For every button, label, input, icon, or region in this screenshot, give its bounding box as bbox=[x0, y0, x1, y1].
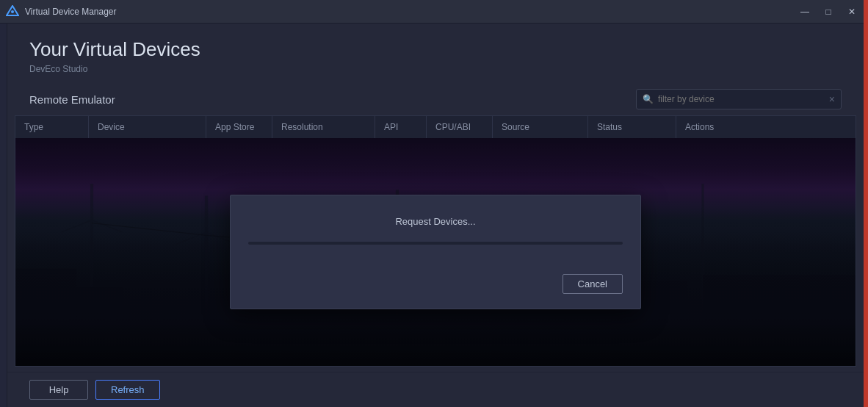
page-subtitle: DevEco Studio bbox=[29, 64, 842, 74]
table-container: Type Device App Store Resolution API CPU… bbox=[15, 115, 856, 372]
refresh-button[interactable]: Refresh bbox=[95, 380, 160, 400]
col-device: Device bbox=[89, 116, 206, 138]
modal-dialog: Request Devices... Cancel bbox=[230, 195, 641, 309]
bottom-toolbar: Help Refresh bbox=[7, 372, 864, 407]
help-button[interactable]: Help bbox=[29, 380, 88, 400]
modal-body: Request Devices... bbox=[231, 195, 640, 274]
search-icon: 🔍 bbox=[643, 94, 654, 104]
col-api: API bbox=[375, 116, 427, 138]
app-logo bbox=[6, 5, 19, 18]
modal-overlay: Request Devices... Cancel bbox=[15, 138, 856, 366]
col-source: Source bbox=[493, 116, 588, 138]
svg-point-1 bbox=[11, 10, 14, 13]
header-section: Your Virtual Devices DevEco Studio bbox=[7, 24, 864, 82]
maximize-button[interactable]: □ bbox=[818, 1, 839, 22]
col-resolution: Resolution bbox=[272, 116, 375, 138]
minimize-button[interactable]: — bbox=[795, 1, 815, 22]
side-accent bbox=[864, 0, 868, 407]
section-header: Remote Emulator 🔍 × bbox=[7, 82, 864, 115]
clear-search-icon[interactable]: × bbox=[829, 94, 835, 104]
search-input[interactable] bbox=[658, 94, 829, 104]
table-body: Request Devices... Cancel bbox=[15, 138, 856, 367]
main-content: Your Virtual Devices DevEco Studio Remot… bbox=[7, 24, 864, 407]
window-title: Virtual Device Manager bbox=[25, 7, 795, 17]
progress-bar-track bbox=[248, 242, 623, 245]
col-type: Type bbox=[15, 116, 89, 138]
page-title: Your Virtual Devices bbox=[29, 38, 842, 61]
modal-footer: Cancel bbox=[231, 274, 640, 309]
modal-message: Request Devices... bbox=[248, 216, 623, 227]
col-cpuabi: CPU/ABI bbox=[427, 116, 493, 138]
section-title: Remote Emulator bbox=[29, 93, 115, 106]
col-actions: Actions bbox=[676, 116, 779, 138]
window-controls: — □ ✕ bbox=[795, 1, 862, 22]
table-header: Type Device App Store Resolution API CPU… bbox=[15, 115, 856, 138]
col-status: Status bbox=[588, 116, 676, 138]
search-box[interactable]: 🔍 × bbox=[636, 89, 842, 109]
close-button[interactable]: ✕ bbox=[842, 1, 862, 22]
col-appstore: App Store bbox=[206, 116, 272, 138]
title-bar: Virtual Device Manager — □ ✕ bbox=[0, 0, 868, 24]
cancel-button[interactable]: Cancel bbox=[563, 274, 623, 294]
left-sidebar bbox=[0, 24, 7, 407]
